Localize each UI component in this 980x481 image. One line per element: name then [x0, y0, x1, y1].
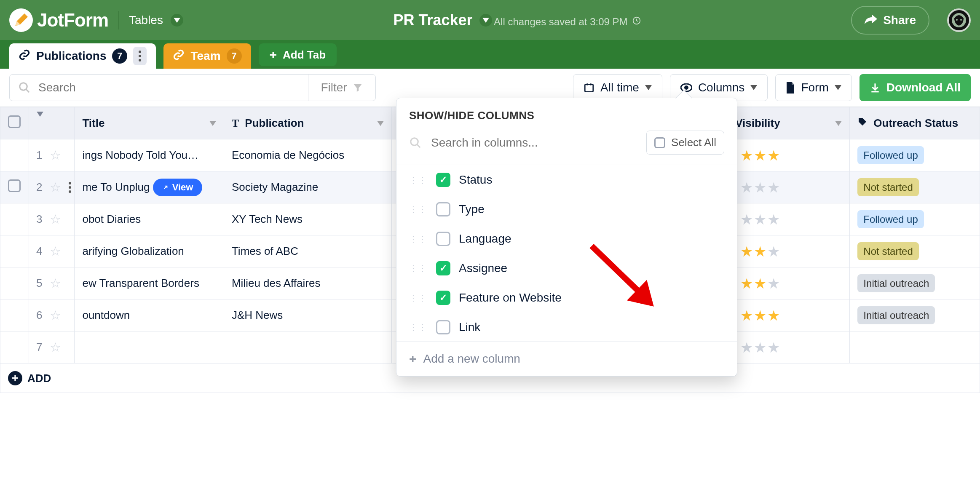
- view-button[interactable]: View: [153, 179, 203, 196]
- visibility-cell[interactable]: ★★★: [733, 139, 850, 171]
- popover-search[interactable]: [409, 136, 640, 150]
- drag-handle-icon[interactable]: ⋮⋮: [409, 263, 428, 273]
- row-number: 6☆: [29, 308, 74, 323]
- tab-team[interactable]: Team 7: [163, 43, 251, 69]
- search-icon: [18, 81, 31, 94]
- title-cell[interactable]: ountdown: [75, 299, 224, 331]
- checkbox[interactable]: ✓: [436, 261, 450, 275]
- column-toggle-row[interactable]: ⋮⋮ ✓ Feature on Website: [396, 283, 737, 313]
- filter-button[interactable]: Filter: [308, 75, 375, 101]
- publication-cell[interactable]: Times of ABC: [224, 235, 392, 267]
- star-icon[interactable]: ☆: [50, 340, 61, 355]
- outreach-cell[interactable]: Not started: [850, 171, 980, 203]
- column-toggle-row[interactable]: ⋮⋮ Link: [396, 313, 737, 342]
- top-bar: JotForm Tables PR Tracker All changes sa…: [0, 0, 980, 40]
- form-dropdown[interactable]: Form: [775, 74, 851, 101]
- publication-cell[interactable]: J&H News: [224, 299, 392, 331]
- publication-cell[interactable]: Society Magazine: [224, 171, 392, 203]
- add-column-button[interactable]: + Add a new column: [396, 342, 737, 376]
- row-checkbox[interactable]: [0, 267, 29, 299]
- header-outreach[interactable]: Outreach Status: [850, 107, 980, 139]
- star-rating[interactable]: ★★★: [740, 147, 842, 164]
- time-filter-dropdown[interactable]: All time: [573, 74, 662, 101]
- checkbox[interactable]: ✓: [436, 291, 450, 305]
- product-switcher[interactable]: Tables: [129, 13, 183, 27]
- outreach-cell[interactable]: Initial outreach: [850, 267, 980, 299]
- drag-handle-icon[interactable]: ⋮⋮: [409, 204, 428, 214]
- column-toggle-row[interactable]: ⋮⋮ Language: [396, 224, 737, 254]
- star-rating[interactable]: ★★★: [740, 179, 842, 196]
- title-cell[interactable]: obot Diaries: [75, 203, 224, 235]
- header-title[interactable]: Title: [75, 107, 224, 139]
- tab-publications[interactable]: Publications 7: [9, 43, 156, 69]
- checkbox[interactable]: [436, 232, 450, 246]
- outreach-cell[interactable]: Followed up: [850, 203, 980, 235]
- title-cell[interactable]: me To Unplug View: [75, 171, 224, 203]
- status-tag: Followed up: [857, 146, 924, 164]
- row-checkbox[interactable]: [0, 171, 29, 203]
- header-expand[interactable]: [29, 107, 74, 139]
- visibility-cell[interactable]: ★★★: [733, 299, 850, 331]
- star-rating[interactable]: ★★★: [740, 243, 842, 260]
- outreach-cell[interactable]: Initial outreach: [850, 299, 980, 331]
- publication-cell[interactable]: Milieu des Affaires: [224, 267, 392, 299]
- drag-handle-icon[interactable]: ⋮⋮: [409, 322, 428, 332]
- title-cell[interactable]: [75, 331, 224, 363]
- row-checkbox[interactable]: [0, 299, 29, 331]
- outreach-cell[interactable]: Followed up: [850, 139, 980, 171]
- title-cell[interactable]: arifying Globalization: [75, 235, 224, 267]
- star-rating[interactable]: ★★★: [740, 339, 842, 356]
- tab-more-icon[interactable]: [133, 47, 147, 65]
- page-title[interactable]: PR Tracker: [394, 11, 473, 29]
- chevron-down-icon: [750, 85, 757, 90]
- column-toggle-row[interactable]: ⋮⋮ Type: [396, 195, 737, 224]
- visibility-cell[interactable]: ★★★: [733, 331, 850, 363]
- row-checkbox[interactable]: [0, 235, 29, 267]
- star-icon[interactable]: ☆: [50, 148, 61, 163]
- checkbox[interactable]: [436, 320, 450, 334]
- drag-handle-icon[interactable]: ⋮⋮: [409, 175, 428, 185]
- checkbox[interactable]: ✓: [436, 173, 450, 187]
- star-rating[interactable]: ★★★: [740, 307, 842, 324]
- select-all-button[interactable]: Select All: [646, 131, 724, 155]
- visibility-cell[interactable]: ★★★: [733, 267, 850, 299]
- publication-cell[interactable]: Economia de Negócios: [224, 139, 392, 171]
- visibility-cell[interactable]: ★★★: [733, 171, 850, 203]
- star-icon[interactable]: ☆: [50, 276, 61, 291]
- visibility-cell[interactable]: ★★★: [733, 235, 850, 267]
- title-cell[interactable]: ings Nobody Told You…: [75, 139, 224, 171]
- plus-icon: +: [270, 48, 277, 62]
- star-rating[interactable]: ★★★: [740, 275, 842, 292]
- row-checkbox[interactable]: [0, 139, 29, 171]
- star-icon[interactable]: ☆: [50, 212, 61, 227]
- column-toggle-row[interactable]: ⋮⋮ ✓ Assignee: [396, 254, 737, 283]
- search-input[interactable]: [37, 80, 300, 95]
- star-icon[interactable]: ☆: [50, 244, 61, 259]
- avatar[interactable]: [947, 8, 971, 32]
- column-toggle-row[interactable]: ⋮⋮ ✓ Status: [396, 165, 737, 195]
- publication-cell[interactable]: XY Tech News: [224, 203, 392, 235]
- add-tab-button[interactable]: + Add Tab: [259, 43, 337, 66]
- row-checkbox[interactable]: [0, 203, 29, 235]
- header-visibility[interactable]: Visibility: [733, 107, 850, 139]
- title-cell[interactable]: ew Transparent Borders: [75, 267, 224, 299]
- outreach-cell[interactable]: [850, 331, 980, 363]
- popover-search-input[interactable]: [430, 136, 640, 150]
- publication-cell[interactable]: [224, 331, 392, 363]
- drag-handle-icon[interactable]: ⋮⋮: [409, 293, 428, 303]
- star-icon[interactable]: ☆: [50, 308, 61, 323]
- svg-point-2: [956, 19, 958, 21]
- header-checkbox[interactable]: [0, 107, 29, 139]
- visibility-cell[interactable]: ★★★: [733, 203, 850, 235]
- drag-handle-icon[interactable]: ⋮⋮: [409, 234, 428, 244]
- share-button[interactable]: Share: [851, 6, 929, 35]
- outreach-cell[interactable]: Not started: [850, 235, 980, 267]
- star-icon[interactable]: ☆: [50, 180, 61, 195]
- star-rating[interactable]: ★★★: [740, 211, 842, 228]
- title-menu-icon[interactable]: [479, 14, 492, 27]
- header-publication[interactable]: TPublication: [224, 107, 392, 139]
- checkbox[interactable]: [436, 202, 450, 216]
- row-checkbox[interactable]: [0, 331, 29, 363]
- download-all-button[interactable]: Download All: [860, 74, 971, 101]
- search-box[interactable]: [10, 75, 308, 101]
